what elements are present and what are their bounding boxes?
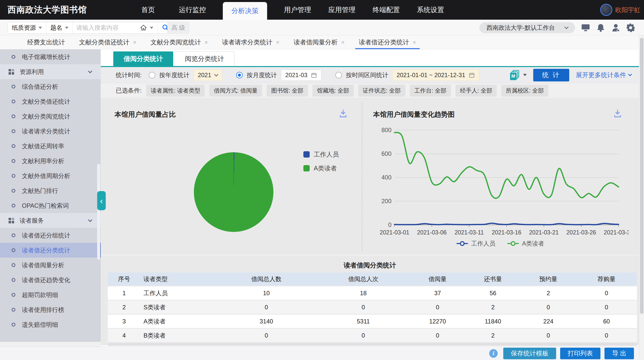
condition-chip-6[interactable]: 经手人: 全部 [455,85,497,97]
table-row-partial [108,343,637,346]
top-nav-item-4[interactable]: 应用管理 [320,0,364,20]
gear-icon[interactable] [626,23,635,32]
top-nav-item-2[interactable]: 分析决策 [223,2,267,20]
top-nav-item-0[interactable]: 首页 [126,0,170,20]
chart-type-icon[interactable]: M [510,70,521,81]
condition-chip-2[interactable]: 图书馆: 全部 [267,85,308,97]
column-header-0: 序号 [108,275,140,283]
search-field-select[interactable]: 题名 [46,22,73,33]
series-line-1 [395,223,619,225]
close-icon[interactable]: × [341,39,345,46]
close-icon[interactable]: × [276,39,279,46]
sidebar-item-5[interactable]: 读者请求分类统计 [0,124,101,139]
sidebar-collapse-button[interactable]: ‹ [97,191,106,210]
top-nav-item-6[interactable]: 系统设置 [408,0,453,20]
top-nav-item-1[interactable]: 运行监控 [170,0,214,20]
column-header-2: 借阅总人数 [216,275,317,283]
table-cell: B类读者 [140,332,216,340]
sidebar-item-15[interactable]: 读者借还趋势变化 [0,273,101,287]
close-icon[interactable]: × [413,39,416,46]
user-name[interactable]: 欧阳宇虹 [615,6,640,14]
sidebar-item-17[interactable]: 读者使用排行榜 [0,302,101,317]
tab-4[interactable]: 读者借阅量分析× [287,35,352,49]
month-input[interactable]: 2021-03 [281,70,321,81]
sidebar-item-18[interactable]: 遗失赔偿明细 [0,317,101,332]
sidebar-section-1[interactable]: 资源利用 [0,64,101,79]
resource-type-select[interactable]: 纸质资源 [8,22,46,33]
circle-icon [12,248,15,252]
sidebar-item-3[interactable]: 文献分类借还统计 [0,94,101,109]
search-input[interactable] [73,22,136,33]
download-icon[interactable] [613,109,622,118]
series-line-0 [395,132,619,198]
year-select[interactable]: 2021 [194,70,222,81]
export-button[interactable]: 导 出 [604,348,634,359]
sidebar-item-0[interactable]: 电子馆藏增长统计 [0,49,101,64]
condition-chip-1[interactable]: 借阅方式: 借阅量 [209,85,262,97]
main-content: 借阅分类统计阅览分类统计 统计时间: 按年度统计2021按月度统计2021-03… [101,49,639,346]
workspace-select[interactable]: 西南政法大学-默认工作台 [479,22,575,33]
date-range-input[interactable]: 2021-01-01 ~ 2021-12-31 [392,70,479,81]
sidebar-item-label: 文献分类阅览统计 [22,112,70,121]
close-icon[interactable]: × [133,39,136,46]
sidebar-item-2[interactable]: 综合借还分析 [0,79,101,94]
save-template-button[interactable]: 保存统计模板 [503,348,556,359]
legend-item-0[interactable]: 工作人员 [303,150,339,159]
statistics-button[interactable]: 统 计 [533,69,569,81]
sidebar-scrollbar-thumb[interactable] [97,164,100,260]
sidebar-section-11[interactable]: 读者服务 [0,213,101,228]
tab-2[interactable]: 文献分类阅览统计× [144,35,215,49]
tab-1[interactable]: 文献分类借还统计× [72,35,144,49]
tab-0[interactable]: 经费支出统计 [20,35,72,49]
radio-button[interactable] [335,72,342,78]
app-logo: 西南政法大学图书馆 [8,4,87,16]
monitor-icon[interactable] [581,23,590,32]
legend-label: A类读者 [522,239,544,248]
close-icon[interactable]: × [204,39,208,46]
download-icon[interactable] [339,109,348,118]
tab-label: 经费支出统计 [27,38,65,46]
legend-item-1[interactable]: A类读者 [303,164,339,172]
condition-chip-5[interactable]: 工作台: 全部 [410,85,451,97]
table-title: 读者借阅分类统计 [101,261,639,270]
sidebar-item-6[interactable]: 文献借还周转率 [0,139,101,154]
user-icon[interactable] [611,23,620,32]
sidebar-item-4[interactable]: 文献分类阅览统计 [0,109,101,124]
condition-chip-4[interactable]: 证件状态: 全部 [358,85,405,97]
radio-button[interactable] [236,72,243,78]
expand-more-conditions-link[interactable]: 展开更多统计条件 [576,71,631,79]
sidebar-item-10[interactable]: OPAC热门检索词 [0,198,101,213]
top-nav-item-5[interactable]: 终端配置 [364,0,408,20]
table-cell: 1 [108,290,140,297]
line-legend-item-1[interactable]: A类读者 [507,239,544,248]
sidebar-item-12[interactable]: 读者借还分组统计 [0,228,101,243]
sidebar-item-14[interactable]: 读者借阅量分析 [0,258,101,273]
condition-chip-3[interactable]: 馆藏地: 全部 [312,85,354,97]
sidebar-item-13[interactable]: 读者借还分类统计 [0,243,101,258]
print-list-button[interactable]: 打印列表 [560,348,600,359]
subtab-1[interactable]: 阅览分类统计 [174,51,234,66]
sidebar-item-16[interactable]: 超期罚款明细 [0,287,101,302]
line-legend-item-0[interactable]: 工作人员 [456,239,495,248]
radio-button[interactable] [149,72,155,78]
window-scrollbar-thumb[interactable] [640,38,643,314]
bell-icon[interactable] [596,23,605,32]
sidebar-item-8[interactable]: 文献外借周期分析 [0,168,101,183]
selected-conditions-row: 已选条件: 读者属性: 读者类型借阅方式: 借阅量图书馆: 全部馆藏地: 全部证… [101,83,639,98]
advanced-search-button[interactable]: 高 级 [167,22,189,34]
info-icon[interactable]: i [489,349,498,358]
tab-5[interactable]: 读者借还分类统计× [352,35,423,49]
filter-option-2: 按时间区间统计2021-01-01 ~ 2021-12-31 [335,70,479,81]
tab-3[interactable]: 读者请求分类统计× [215,35,287,49]
condition-chip-0[interactable]: 读者属性: 读者类型 [146,85,205,97]
sidebar-item-7[interactable]: 文献利用率分析 [0,154,101,168]
sidebar-item-label: 读者借还分组统计 [22,231,70,239]
sidebar-item-9[interactable]: 文献热门排行 [0,183,101,198]
avatar[interactable] [600,4,612,16]
column-header-5: 还书量 [465,275,521,283]
condition-chip-7[interactable]: 所属校区: 全部 [501,85,548,97]
top-nav-item-3[interactable]: 用户管理 [275,0,320,20]
home-scope-select[interactable] [136,22,157,33]
subtab-0[interactable]: 借阅分类统计 [113,51,173,66]
table-cell: 0 [576,290,637,297]
